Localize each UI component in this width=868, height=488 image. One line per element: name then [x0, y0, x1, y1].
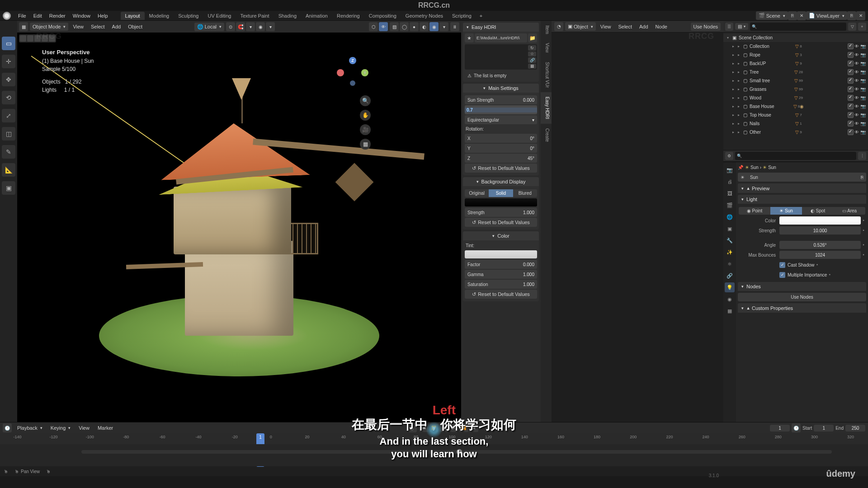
light-point-btn[interactable]: ◉ Point — [739, 207, 770, 215]
ws-anim[interactable]: Animation — [301, 12, 332, 20]
viewlayer-new-icon[interactable]: ⎘ — [847, 11, 856, 20]
3d-viewport[interactable]: ▦ Object Mode View Select Add Object 🌐 L… — [17, 21, 461, 422]
preview-header[interactable]: ▸ Preview — [738, 183, 866, 193]
sec-node[interactable]: Node — [653, 23, 670, 31]
ptab-viewlayer[interactable]: 🖼 — [725, 188, 735, 198]
props-options-icon[interactable]: ⋮ — [858, 152, 866, 160]
easy-hdri-header[interactable]: Easy HDRI — [463, 23, 539, 32]
ptab-texture[interactable]: ▦ — [725, 306, 735, 316]
ws-sculpting[interactable]: Sculpting — [174, 12, 203, 20]
use-nodes-btn[interactable]: Use Nodes — [738, 293, 866, 301]
menu-window[interactable]: Window — [69, 12, 94, 20]
ptab-world[interactable]: 🌐 — [725, 212, 735, 222]
ntab-shortcut[interactable]: Shortcut VUr — [541, 57, 552, 92]
persp-ortho-icon[interactable]: ▦ — [360, 139, 371, 150]
ws-layout[interactable]: Layout — [121, 12, 145, 20]
rot-x-row[interactable]: X0° — [465, 134, 537, 143]
tl-view[interactable]: View — [76, 424, 92, 432]
ws-render[interactable]: Rendering — [332, 12, 364, 20]
outliner-item-other[interactable]: ▸▸ ▢ Other ▽9 👁📷 — [723, 128, 868, 136]
proportional-type-icon[interactable]: ▾ — [266, 22, 275, 31]
render-shading-icon[interactable]: ◉ — [429, 22, 439, 31]
datablock-name-row[interactable]: ☀ Sun ⎘ — [738, 173, 866, 182]
bg-original-btn[interactable]: Original — [465, 189, 489, 197]
ntab-easyhdri[interactable]: Easy HDRI — [541, 92, 552, 123]
value-input-row[interactable] — [465, 105, 537, 114]
outliner-item-collection[interactable]: ▸▸ ▢ Collection ▽8 👁📷 — [723, 42, 868, 51]
zoom-icon[interactable]: 🔍 — [360, 95, 371, 106]
mode-selector[interactable]: Object Mode — [30, 23, 68, 31]
scene-new-icon[interactable]: ⎘ — [788, 11, 797, 20]
viewlayer-selector[interactable]: 📄 ViewLayer — [806, 11, 847, 20]
saturation-row[interactable]: Saturation1.000 — [465, 280, 537, 289]
nav-gizmo[interactable]: Z Y — [337, 57, 368, 89]
reset-bg-btn[interactable]: ↺ Reset to Default Values — [465, 218, 537, 227]
fav-icon[interactable]: ★ — [465, 33, 474, 42]
factor-row[interactable]: Factor0.000 — [465, 260, 537, 269]
sec-editor-icon[interactable]: ◔ — [554, 22, 563, 31]
sec-add[interactable]: Add — [637, 23, 651, 31]
start-frame[interactable]: 1 — [814, 425, 834, 432]
pin-icon[interactable]: 📌 — [738, 165, 743, 170]
outliner-item-backup[interactable]: ▸▸ ▢ BackUP ▽9 👁📷 — [723, 59, 868, 68]
bg-display-header[interactable]: Background Display — [463, 177, 539, 186]
reload-icon[interactable]: ↻ — [528, 45, 536, 51]
sec-select[interactable]: Select — [615, 23, 635, 31]
tool-scale[interactable]: ⤢ — [2, 109, 15, 122]
pivot-icon[interactable]: ⊙ — [226, 22, 235, 31]
tool-rotate[interactable]: ⟲ — [2, 91, 15, 104]
gizmo-neg-z[interactable] — [350, 80, 355, 86]
bg-color-swatch[interactable] — [465, 198, 537, 206]
reset-color-btn[interactable]: ↺ Reset to Default Values — [465, 290, 537, 299]
rot-z-row[interactable]: Z45° — [465, 154, 537, 163]
light-strength-val[interactable]: 10.000 — [779, 226, 861, 235]
outliner-item-wood[interactable]: ▸▸ ▢ Wood ▽29 👁📷 — [723, 94, 868, 102]
timeline-editor-icon[interactable]: 🕐 — [3, 423, 12, 432]
ws-geo[interactable]: Geometry Nodes — [401, 12, 448, 20]
tool-measure[interactable]: 📐 — [2, 163, 15, 177]
cast-shadow-check[interactable]: ✓Cast Shadow — [779, 262, 814, 268]
light-sun-btn[interactable]: ☀ Sun — [770, 207, 802, 215]
pill-2[interactable] — [27, 35, 33, 42]
tool-annotate[interactable]: ✎ — [2, 145, 15, 159]
ptab-scene[interactable]: 🎬 — [725, 200, 735, 210]
outliner-item-top-house[interactable]: ▸▸ ▢ Top House ▽7 👁📷 — [723, 111, 868, 119]
light-angle-val[interactable]: 0.526° — [779, 241, 861, 249]
tl-marker[interactable]: Marker — [95, 424, 116, 432]
light-area-btn[interactable]: ▭ Area — [834, 207, 865, 215]
vp-menu-view[interactable]: View — [70, 23, 86, 31]
current-frame[interactable]: 1 — [770, 425, 790, 432]
tool-add[interactable]: ▣ — [2, 181, 15, 195]
light-bounces-val[interactable]: 1024 — [779, 251, 861, 259]
bg-blured-btn[interactable]: Blured — [513, 189, 537, 197]
ptab-render[interactable]: 📷 — [725, 165, 735, 175]
outliner-search[interactable] — [750, 23, 846, 31]
custom-props-header[interactable]: ▸ Custom Properties — [738, 303, 866, 313]
light-color-swatch[interactable] — [779, 216, 861, 225]
ws-shading[interactable]: Shading — [274, 12, 301, 20]
camera-view-icon[interactable]: 🎥 — [360, 124, 371, 135]
outliner-item-nails[interactable]: ▸▸ ▢ Nails ▽1 👁📷 — [723, 119, 868, 128]
outliner-item-grasses[interactable]: ▸▸ ▢ Grasses ▽99 👁📷 — [723, 85, 868, 94]
viewlayer-del-icon[interactable]: ✕ — [856, 11, 865, 20]
gizmo-x-axis[interactable] — [337, 69, 344, 76]
sec-view[interactable]: View — [598, 23, 614, 31]
ptab-object[interactable]: ▣ — [725, 224, 735, 234]
wire-shading-icon[interactable]: ◯ — [400, 22, 409, 31]
ntab-view[interactable]: View — [541, 38, 552, 57]
outliner-mode[interactable]: ▤ — [735, 23, 748, 30]
outliner-root[interactable]: ▾▣ Scene Collection — [723, 33, 868, 42]
new-collection-icon[interactable]: + — [858, 23, 866, 31]
link-icon[interactable]: 🔗 — [528, 57, 536, 63]
sun-strength-row[interactable]: Sun Strength 0.000 — [465, 95, 537, 104]
reset-rotation-btn[interactable]: ↺ Reset to Default Values — [465, 164, 537, 173]
gizmo-y-axis[interactable]: Y — [361, 69, 368, 76]
end-frame[interactable]: 250 — [845, 425, 865, 432]
gizmo-z-axis[interactable]: Z — [349, 57, 356, 64]
tl-playback[interactable]: Playback — [14, 424, 45, 432]
gizmo-toggle-icon[interactable]: ⬡ — [369, 22, 378, 31]
props-search[interactable] — [735, 152, 856, 160]
ws-add[interactable]: + — [476, 12, 486, 20]
orientation-selector[interactable]: 🌐 Local — [194, 23, 224, 31]
pan-icon[interactable]: ✋ — [360, 110, 371, 121]
